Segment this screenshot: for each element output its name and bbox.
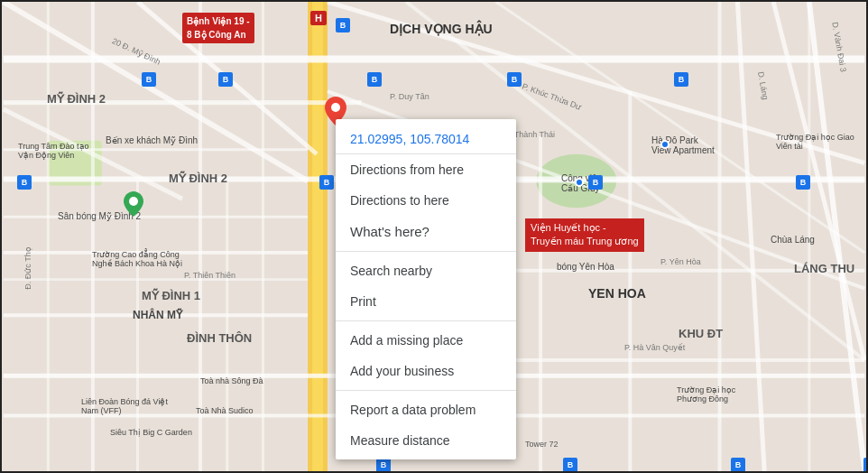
menu-item-whats-here[interactable]: What's here? bbox=[336, 216, 516, 247]
bus-stop-4 bbox=[367, 72, 382, 87]
context-menu: 21.02995, 105.78014 Directions from here… bbox=[336, 119, 516, 459]
svg-point-41 bbox=[331, 103, 340, 112]
bus-stop-9 bbox=[588, 175, 603, 190]
menu-item-search-nearby[interactable]: Search nearby bbox=[336, 255, 516, 286]
svg-point-40 bbox=[129, 197, 138, 206]
svg-rect-6 bbox=[4, 56, 865, 63]
bus-stop-10 bbox=[796, 175, 810, 190]
map-container: DỊCH VỌNG HẬU MỸ ĐÌNH 2 MỸ ĐÌNH 2 MỸ ĐÌN… bbox=[0, 0, 868, 473]
menu-item-directions-to[interactable]: Directions to here bbox=[336, 185, 516, 216]
place-dot-2 bbox=[660, 140, 669, 149]
bus-stop-12 bbox=[731, 458, 745, 472]
bus-stop-14 bbox=[17, 175, 32, 190]
bus-stop-6 bbox=[674, 72, 688, 87]
map-label-vien-huyet-hoc: Viện Huyết học -Truyền máu Trung ương bbox=[525, 218, 644, 252]
hospital-icon: H bbox=[310, 11, 327, 25]
bus-stop-7 bbox=[319, 175, 334, 190]
svg-rect-5 bbox=[312, 2, 323, 471]
menu-item-directions-from[interactable]: Directions from here bbox=[336, 154, 516, 185]
bus-stop-11 bbox=[563, 458, 577, 472]
menu-item-add-missing-place[interactable]: Add a missing place bbox=[336, 325, 516, 356]
menu-divider-2 bbox=[336, 320, 516, 321]
menu-divider-3 bbox=[336, 390, 516, 391]
bus-stop-8 bbox=[376, 458, 391, 472]
menu-item-print[interactable]: Print bbox=[336, 286, 516, 317]
menu-divider-1 bbox=[336, 251, 516, 252]
bus-stop-5 bbox=[507, 72, 522, 87]
place-dot-1 bbox=[575, 178, 584, 187]
bus-stop-13 bbox=[863, 458, 868, 472]
menu-item-add-business[interactable]: Add your business bbox=[336, 356, 516, 386]
menu-coordinates[interactable]: 21.02995, 105.78014 bbox=[336, 123, 516, 154]
menu-item-report-data[interactable]: Report a data problem bbox=[336, 394, 516, 425]
map-label-benh-vien: Bệnh Viện 19 -8 Bộ Công An bbox=[182, 13, 254, 43]
bus-stop-1 bbox=[336, 18, 350, 32]
bus-stop-3 bbox=[218, 72, 233, 87]
green-pin bbox=[124, 191, 143, 217]
menu-item-measure-distance[interactable]: Measure distance bbox=[336, 425, 516, 456]
bus-stop-2 bbox=[142, 72, 156, 87]
